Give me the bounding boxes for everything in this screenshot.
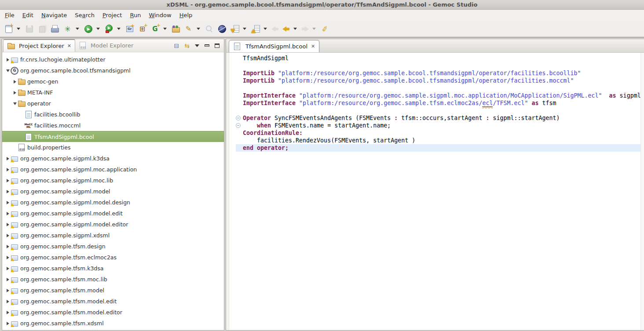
twistie-collapsed-icon[interactable] — [12, 80, 18, 84]
highlighter-button[interactable] — [319, 23, 331, 34]
twistie-collapsed-icon[interactable] — [12, 91, 18, 95]
tree-item-org-gemoc-sample-tfsm-design[interactable]: org.gemoc.sample.tfsm.design — [2, 241, 224, 252]
back-history-dropdown-icon[interactable] — [293, 28, 297, 30]
menu-search[interactable]: Search — [71, 11, 99, 20]
run-button[interactable] — [82, 23, 94, 34]
external-tools-run-button[interactable] — [103, 23, 115, 34]
twistie-collapsed-icon[interactable] — [5, 58, 11, 62]
run-dropdown-icon[interactable] — [96, 28, 100, 30]
tree-item-org-gemoc-sample-tfsm-model-editor[interactable]: org.gemoc.sample.tfsm.model.editor — [2, 307, 224, 318]
new-gemoc-element-button[interactable] — [149, 23, 161, 34]
print-icon — [50, 24, 59, 33]
debug-dropdown-icon[interactable] — [76, 28, 79, 30]
menu-edit[interactable]: Edit — [18, 11, 37, 20]
tree-item-org-gemoc-sample-sigpml-model-editor[interactable]: org.gemoc.sample.sigpml.model.editor — [2, 219, 224, 230]
tree-item-org-gemoc-sample-sigpml-model-design[interactable]: org.gemoc.sample.sigpml.model.design — [2, 197, 224, 208]
tree-item-org-gemoc-sample-sigpml-model-edit[interactable]: org.gemoc.sample.sigpml.model.edit — [2, 208, 224, 219]
tree-item-org-gemoc-sample-tfsm-model-edit[interactable]: org.gemoc.sample.tfsm.model.edit — [2, 296, 224, 307]
twistie-collapsed-icon[interactable] — [5, 256, 11, 259]
external-tools-run-dropdown-icon[interactable] — [117, 28, 121, 30]
tab-project-explorer[interactable]: Project Explorer ✕ — [3, 39, 75, 52]
tree-item-gemoc-gen[interactable]: gemoc-gen — [2, 76, 224, 87]
open-web-browser-button[interactable] — [216, 23, 228, 34]
previous-annotation-dropdown-icon[interactable] — [263, 28, 267, 30]
new-wizard-dropdown-icon[interactable] — [17, 28, 20, 30]
close-icon[interactable]: ✕ — [66, 43, 71, 49]
window-titlebar[interactable]: xDSML - org.gemoc.sample.bcool.tfsmandsi… — [0, 0, 644, 10]
fold-collapse-icon[interactable] — [236, 116, 241, 120]
twistie-collapsed-icon[interactable] — [5, 278, 11, 281]
overview-ruler[interactable] — [640, 53, 644, 330]
print-button[interactable] — [49, 23, 61, 34]
tree-item-operator[interactable]: operator — [2, 98, 224, 109]
twistie-collapsed-icon[interactable] — [5, 245, 11, 248]
menu-window[interactable]: Window — [145, 11, 175, 20]
twistie-collapsed-icon[interactable] — [5, 311, 11, 314]
tree-item-org-gemoc-sample-tfsm-moc-lib[interactable]: org.gemoc.sample.tfsm.moc.lib — [2, 274, 224, 285]
tab-model-explorer[interactable]: Model Explorer — [75, 39, 137, 52]
open-resource-button[interactable] — [170, 23, 182, 34]
tree-item-tfsmandsigpml-bcool[interactable]: TfsmAndSigpml.bcool — [2, 131, 224, 142]
tree-item-org-gemoc-sample-bcool-tfsmandsigpml[interactable]: org.gemoc.sample.bcool.tfsmandsigpml — [2, 65, 224, 76]
new-graph-wizard-button[interactable] — [124, 23, 135, 34]
twistie-collapsed-icon[interactable] — [5, 234, 11, 237]
twistie-collapsed-icon[interactable] — [5, 267, 11, 270]
twistie-collapsed-icon[interactable] — [5, 179, 11, 182]
code-line-3: ImportLib "platform:/resource/org.gemoc.… — [226, 69, 640, 77]
twistie-collapsed-icon[interactable] — [5, 289, 11, 292]
twistie-collapsed-icon[interactable] — [5, 168, 11, 171]
menu-navigate[interactable]: Navigate — [37, 11, 71, 20]
twistie-collapsed-icon[interactable] — [5, 212, 11, 215]
tree-item-meta-inf[interactable]: META-INF — [2, 87, 224, 98]
twistie-expanded-icon[interactable] — [5, 69, 11, 72]
tab-label: Project Explorer — [19, 43, 64, 49]
minimize-icon[interactable] — [205, 44, 209, 47]
menu-file[interactable]: File — [1, 11, 18, 20]
fold-collapse-icon[interactable] — [236, 123, 241, 128]
tree-item-org-gemoc-sample-tfsm-model[interactable]: org.gemoc.sample.tfsm.model — [2, 285, 224, 296]
twistie-collapsed-icon[interactable] — [5, 322, 11, 325]
new-grid-wizard-button[interactable] — [136, 23, 148, 34]
new-wizard-button[interactable] — [3, 23, 15, 34]
main-toolbar — [0, 21, 644, 37]
tab-tfsmandsigpml-bcool[interactable]: TfsmAndSigpml.bcool ✕ — [229, 40, 319, 52]
debug-button[interactable] — [62, 23, 73, 34]
close-icon[interactable]: ✕ — [310, 44, 315, 49]
link-with-editor-icon[interactable]: ⇆ — [184, 42, 190, 49]
previous-annotation-button[interactable] — [249, 23, 261, 34]
back-history-button[interactable] — [281, 25, 291, 33]
menu-help[interactable]: Help — [176, 11, 197, 20]
twistie-expanded-icon[interactable] — [12, 102, 18, 105]
twistie-collapsed-icon[interactable] — [5, 300, 11, 303]
tree-item-build-properties[interactable]: build.properties — [2, 142, 224, 153]
tree-item-org-gemoc-sample-tfsm-eclmoc2as[interactable]: org.gemoc.sample.tfsm.eclmoc2as — [2, 252, 224, 263]
tree-item-facilities-moccml[interactable]: facilities.moccml — [2, 120, 224, 131]
next-annotation-button[interactable] — [229, 23, 241, 34]
last-edit-location-icon — [271, 26, 279, 32]
tree-item-org-gemoc-sample-sigpml-k3dsa[interactable]: org.gemoc.sample.sigpml.k3dsa — [2, 153, 224, 164]
annotation-pen-dropdown-icon[interactable] — [197, 28, 200, 30]
twistie-collapsed-icon[interactable] — [5, 157, 11, 160]
tree-item-org-gemoc-sample-sigpml-moc-lib[interactable]: org.gemoc.sample.sigpml.moc.lib — [2, 175, 224, 186]
project-warning-icon — [11, 320, 18, 327]
twistie-collapsed-icon[interactable] — [5, 201, 11, 204]
next-annotation-dropdown-icon[interactable] — [243, 28, 246, 30]
tree-item-org-gemoc-sample-tfsm-k3dsa[interactable]: org.gemoc.sample.tfsm.k3dsa — [2, 263, 224, 274]
tree-item-fr-cnrs-luchogie-ultimateplotter[interactable]: fr.cnrs.luchogie.ultimateplotter — [2, 54, 224, 65]
annotation-pen-button[interactable] — [183, 23, 194, 34]
menu-run[interactable]: Run — [126, 11, 145, 20]
view-menu-icon[interactable] — [195, 44, 199, 47]
maximize-icon[interactable] — [215, 44, 220, 48]
new-gemoc-element-dropdown-icon[interactable] — [163, 28, 167, 30]
tree-item-org-gemoc-sample-sigpml-xdsml[interactable]: org.gemoc.sample.sigpml.xdsml — [2, 230, 224, 241]
tree-item-org-gemoc-sample-sigpml-model[interactable]: org.gemoc.sample.sigpml.model — [2, 186, 224, 197]
file-icon — [25, 133, 33, 141]
menu-project[interactable]: Project — [99, 11, 126, 20]
twistie-collapsed-icon[interactable] — [5, 223, 11, 226]
tree-item-org-gemoc-sample-tfsm-xdsml[interactable]: org.gemoc.sample.tfsm.xdsml — [2, 318, 224, 329]
twistie-collapsed-icon[interactable] — [5, 190, 11, 193]
code-editor[interactable]: TfsmAndSigpml ImportLib "platform:/resou… — [226, 53, 644, 330]
tree-item-facilities-bcoollib[interactable]: facilities.bcoollib — [2, 109, 224, 120]
tree-item-org-gemoc-sample-sigpml-moc-application[interactable]: org.gemoc.sample.sigpml.moc.application — [2, 164, 224, 175]
collapse-all-icon[interactable]: ⊟ — [174, 42, 179, 49]
